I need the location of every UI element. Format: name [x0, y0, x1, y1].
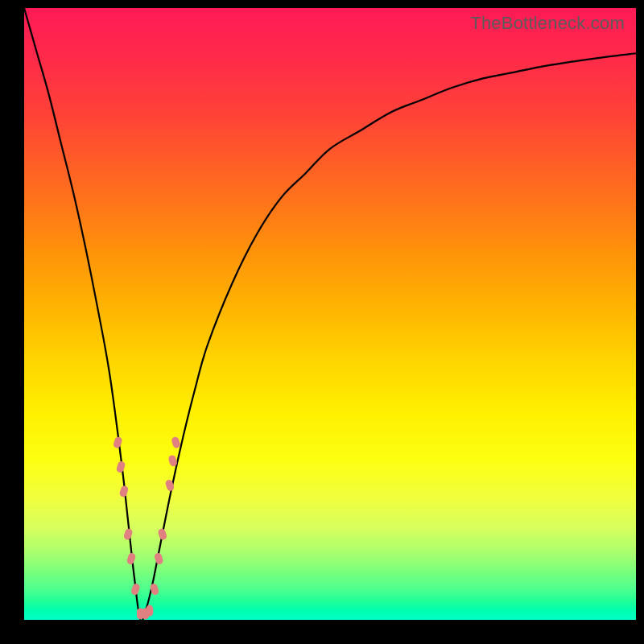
curve-marker: [154, 552, 164, 565]
chart-frame: TheBottleneck.com: [0, 0, 644, 644]
curve-marker: [116, 460, 126, 473]
curve-marker: [118, 485, 129, 497]
curve-marker: [113, 436, 123, 449]
curve-marker: [157, 528, 167, 541]
curve-marker: [171, 436, 181, 449]
watermark-text: TheBottleneck.com: [470, 13, 625, 34]
plot-area: TheBottleneck.com: [24, 8, 636, 620]
bottleneck-chart-svg: [24, 8, 636, 620]
curve-marker: [130, 583, 141, 596]
marker-layer: [113, 436, 181, 620]
bottleneck-curve: [24, 8, 636, 620]
curve-marker: [126, 552, 137, 565]
curve-marker: [146, 605, 153, 617]
curve-marker: [123, 528, 134, 541]
